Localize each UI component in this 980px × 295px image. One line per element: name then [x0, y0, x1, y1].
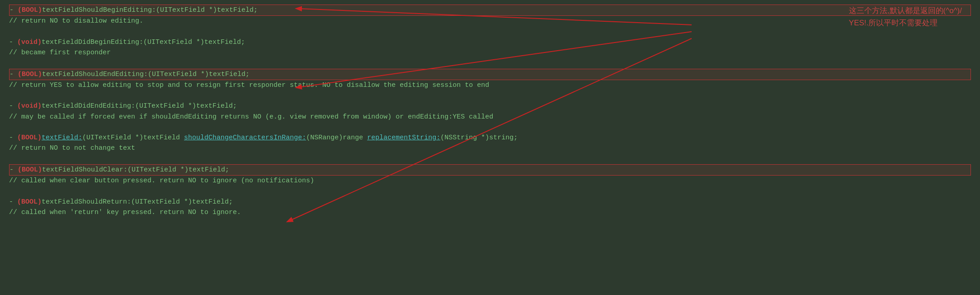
line-9 [9, 90, 971, 101]
line-19: - (BOOL)textFieldShouldReturn:(UITextFie… [9, 197, 971, 207]
line-16: - (BOOL)textFieldShouldClear:(UITextFiel… [9, 164, 971, 176]
line-13: - (BOOL)textField:(UITextField *)textFie… [9, 133, 971, 143]
line-14: // return NO to not change text [9, 143, 971, 153]
line-12 [9, 122, 971, 133]
code-area: - (BOOL)textFieldShouldBeginEditing:(UIT… [0, 0, 980, 222]
line-3 [9, 27, 971, 37]
annotation-line2: YES!.所以平时不需要处理 [849, 19, 938, 27]
line-20: // called when 'return' key pressed. ret… [9, 207, 971, 218]
line-11: // may be called if forced even if shoul… [9, 112, 971, 122]
line-17: // called when clear button pressed. ret… [9, 176, 971, 186]
line-5: // became first responder [9, 48, 971, 58]
line-7: - (BOOL)textFieldShouldEndEditing:(UITex… [9, 69, 971, 80]
line-8: // return YES to allow editing to stop a… [9, 80, 971, 90]
line-18 [9, 186, 971, 196]
line-10: - (void)textFieldDidEndEditing:(UITextFi… [9, 101, 971, 111]
line-2: // return NO to disallow editing. [9, 16, 971, 26]
annotation-text: 这三个方法,默认都是返回的(^o^)/ YES!.所以平时不需要处理 [849, 5, 962, 29]
line-1: - (BOOL)textFieldShouldBeginEditing:(UIT… [9, 5, 971, 16]
annotation-line1: 这三个方法,默认都是返回的(^o^)/ [849, 6, 962, 15]
line-4: - (void)textFieldDidBeginEditing:(UIText… [9, 37, 971, 48]
line-15 [9, 154, 971, 164]
line-6 [9, 58, 971, 68]
